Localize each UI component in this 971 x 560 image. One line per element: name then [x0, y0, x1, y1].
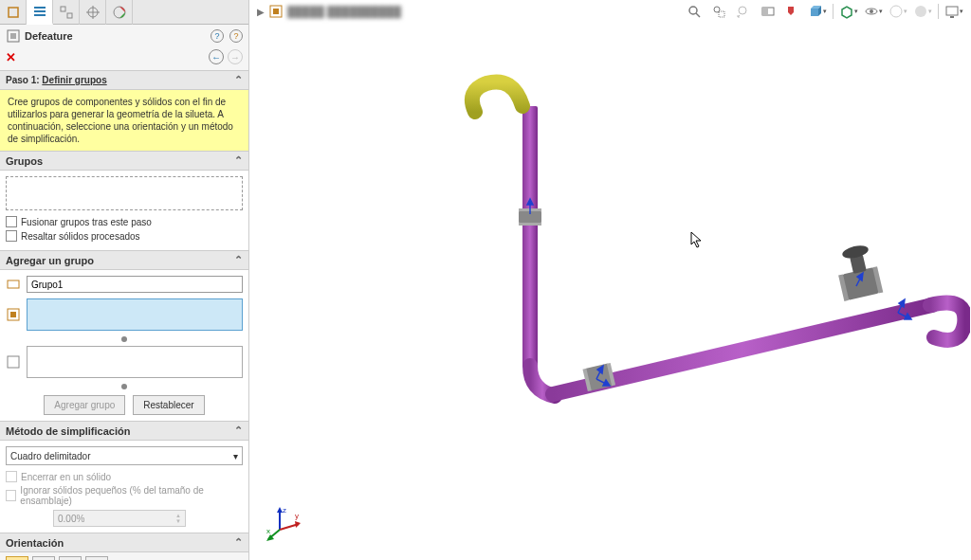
section-method-label: Método de simplificación [6, 425, 130, 437]
add-group-button[interactable]: Agregar grupo [44, 395, 125, 415]
selection-icon [6, 307, 21, 322]
section-orient-header[interactable]: Orientación ⌃ [0, 533, 248, 552]
zoom-area-icon[interactable] [709, 2, 728, 21]
property-panel: Defeature ? ? ✕ ← → Paso 1: Definir grup… [0, 0, 249, 560]
chevron-icon[interactable]: ⌃ [234, 425, 243, 437]
chevron-icon[interactable]: ⌃ [234, 254, 243, 266]
view-orientation-icon[interactable]: ▾ [808, 2, 827, 21]
dropdown-icon: ▾ [233, 451, 238, 461]
section-view-icon[interactable] [759, 2, 778, 21]
zoom-fit-icon[interactable] [685, 2, 704, 21]
step-header: Paso 1: Definir grupos ⌃ [0, 70, 248, 90]
svg-rect-27 [811, 9, 818, 16]
display-style-icon[interactable]: ▾ [839, 2, 858, 21]
svg-marker-62 [295, 521, 301, 528]
orientation-triad[interactable]: z y x [266, 505, 304, 543]
section-method-header[interactable]: Método de simplificación ⌃ [0, 421, 248, 441]
svg-text:y: y [295, 512, 299, 520]
cube-icon [6, 5, 21, 20]
ignore-small-checkbox: Ignorar sólidos pequeños (% del tamaño d… [6, 485, 243, 506]
step-number: Paso 1: [6, 75, 40, 85]
resize-handle-icon[interactable] [121, 336, 127, 342]
step-tip: Cree grupos de componentes y sólidos con… [0, 90, 248, 151]
tab-display-manager[interactable] [106, 0, 133, 25]
breadcrumb[interactable]: ▶ █████ ██████████ [257, 4, 401, 19]
exclude-icon [6, 354, 21, 370]
svg-rect-15 [8, 356, 19, 368]
defeature-icon [6, 28, 21, 44]
panel-header: Defeature ? ? [0, 25, 248, 47]
panel-title: Defeature [25, 30, 73, 42]
svg-point-30 [890, 6, 902, 17]
svg-rect-11 [10, 33, 16, 39]
breadcrumb-title: █████ ██████████ [287, 6, 401, 17]
merge-groups-checkbox[interactable]: Fusionar grupos tras este paso [6, 216, 243, 227]
svg-rect-0 [9, 8, 18, 17]
svg-rect-34 [522, 106, 538, 368]
group-name-input[interactable] [27, 276, 243, 293]
svg-rect-12 [8, 280, 19, 288]
tab-feature-manager[interactable] [0, 0, 27, 25]
assembly-icon [268, 4, 284, 19]
svg-rect-23 [719, 11, 724, 17]
svg-rect-2 [34, 10, 46, 12]
help-icon[interactable]: ? [229, 29, 243, 43]
section-orient-label: Orientación [6, 537, 64, 549]
svg-point-20 [689, 7, 697, 14]
tutorial-icon[interactable]: ? [211, 29, 224, 43]
section-agregar-label: Agregar un grupo [6, 255, 94, 266]
svg-rect-26 [762, 8, 768, 15]
graphics-viewport[interactable]: ▶ █████ ██████████ ▾ ▾ ▾ ▾ ▾ ▾ [249, 0, 971, 560]
svg-point-31 [915, 6, 926, 17]
chevron-icon[interactable]: ⌃ [234, 74, 243, 86]
dynamic-annotation-icon[interactable] [783, 2, 802, 21]
highlight-solids-checkbox[interactable]: Resaltar sólidos procesados [6, 230, 243, 242]
section-agregar-header[interactable]: Agregar un grupo ⌃ [0, 250, 248, 270]
svg-rect-14 [10, 312, 16, 317]
svg-rect-5 [67, 13, 72, 18]
orient-auto-button[interactable] [6, 556, 28, 560]
tab-property-manager[interactable] [27, 0, 53, 25]
section-grupos-header[interactable]: Grupos ⌃ [0, 151, 248, 171]
selection-listbox[interactable] [27, 298, 243, 331]
model-rendering [268, 38, 970, 550]
breadcrumb-arrow-icon: ▶ [257, 7, 265, 17]
enclose-checkbox: Encerrar en un sólido [6, 471, 243, 482]
step-name: Definir grupos [42, 75, 106, 85]
view-settings-icon[interactable]: ▾ [944, 2, 963, 21]
orientation-buttons [0, 552, 248, 560]
svg-rect-3 [34, 14, 46, 16]
tab-config-manager[interactable] [53, 0, 80, 25]
close-button[interactable]: ✕ [6, 50, 16, 64]
groups-listbox[interactable] [6, 176, 243, 210]
hide-show-icon[interactable]: ▾ [864, 2, 883, 21]
list-icon [32, 4, 47, 19]
edit-appearance-icon[interactable]: ▾ [889, 2, 907, 21]
panel-actions: ✕ ← → [0, 47, 248, 70]
simplification-method-select[interactable]: Cuadro delimitador ▾ [6, 446, 243, 465]
prev-view-icon[interactable] [734, 2, 753, 21]
orient-right-button[interactable] [85, 556, 108, 560]
apply-scene-icon[interactable]: ▾ [913, 2, 932, 21]
next-step-button[interactable]: → [228, 49, 243, 64]
group-name-icon [6, 277, 21, 292]
config-icon [59, 5, 74, 20]
svg-point-29 [870, 9, 873, 13]
svg-rect-19 [273, 9, 279, 14]
orient-front-button[interactable] [32, 556, 55, 560]
svg-line-21 [696, 13, 700, 17]
section-grupos-label: Grupos [6, 155, 43, 167]
tab-dimxpert[interactable] [80, 0, 106, 25]
appearance-icon [112, 5, 127, 20]
reset-button[interactable]: Restablecer [133, 395, 204, 415]
target-icon [85, 5, 101, 20]
orient-top-button[interactable] [59, 556, 82, 560]
svg-text:z: z [283, 506, 286, 515]
prev-step-button[interactable]: ← [209, 49, 224, 64]
exclude-listbox[interactable] [27, 346, 243, 378]
chevron-icon[interactable]: ⌃ [234, 536, 243, 549]
svg-rect-4 [61, 7, 65, 11]
svg-rect-32 [946, 7, 958, 15]
chevron-icon[interactable]: ⌃ [234, 154, 243, 167]
resize-handle-icon[interactable] [121, 384, 127, 389]
